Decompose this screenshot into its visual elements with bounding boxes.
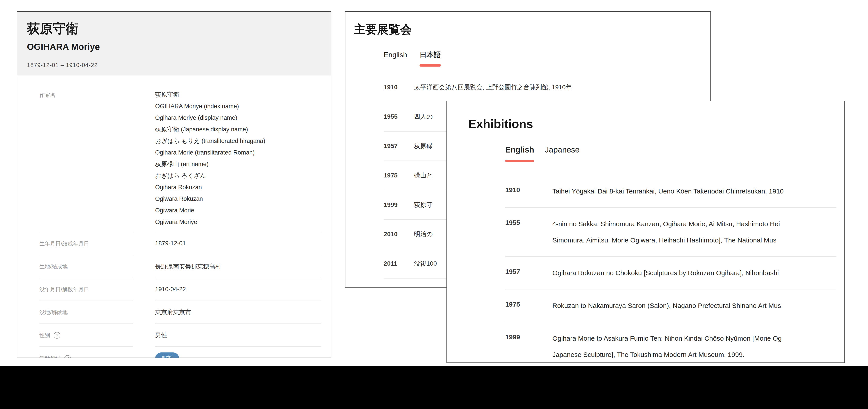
exhibition-year: 1955 <box>384 113 414 120</box>
exhibition-line: 太平洋画会第八回展覧会, 上野公園竹之台陳列館, 1910年. <box>414 83 702 91</box>
field-label-cell: 没地/解散地 <box>39 301 133 324</box>
field-label-cell: 生年月日/結成年月日 <box>39 232 133 255</box>
artist-name-romanized: OGIHARA Moriye <box>27 42 320 52</box>
field-row: 活動領域?彫刻 <box>39 347 321 358</box>
exhibition-line: Rokuzan to Nakamuraya Saron (Salon), Nag… <box>552 297 836 314</box>
tab-japanese[interactable]: 日本語 <box>420 50 441 66</box>
exhibition-row: 1999Ogihara Morie to Asakura Fumio Ten: … <box>505 322 836 363</box>
artist-name-variant: Ogihara Moriye (display name) <box>155 112 321 123</box>
artist-name-variant: おぎはら もりえ (transliterated hiragana) <box>155 135 321 147</box>
field-label: 没地/解散地 <box>39 309 68 316</box>
exhibition-year: 1957 <box>505 265 552 275</box>
exhibition-year: 1910 <box>384 84 414 91</box>
en-language-tabs: English Japanese <box>505 145 844 162</box>
field-label: 作家名 <box>39 76 133 232</box>
exhibition-row: 1957Ogihara Rokuzan no Chōkoku [Sculptur… <box>505 257 836 289</box>
exhibition-row: 1910Taihei Yōgakai Dai 8-kai Tenrankai, … <box>505 175 836 208</box>
profile-header: 荻原守衛 OGIHARA Moriye 1879-12-01 – 1910-04… <box>17 12 331 76</box>
exhibition-year: 1999 <box>384 201 414 208</box>
tab-underline <box>384 64 407 66</box>
field-label-cell: 活動領域? <box>39 347 133 358</box>
exhibition-year: 1975 <box>384 172 414 179</box>
field-value-cell: 長野県南安曇郡東穂高村 <box>155 255 321 278</box>
exhibition-year: 1957 <box>384 143 414 150</box>
tab-underline <box>545 159 580 162</box>
letterbox-bar <box>0 366 868 409</box>
field-row: 没年月日/解散年月日1910-04-22 <box>39 278 321 301</box>
exhibition-text: Ogihara Rokuzan no Chōkoku [Sculptures b… <box>552 265 836 281</box>
field-value-cell: 1910-04-22 <box>155 278 321 301</box>
field-row-artist-names: 作家名荻原守衛OGIHARA Moriye (index name)Ogihar… <box>39 76 321 232</box>
exhibition-text: Taihei Yōgakai Dai 8-kai Tenrankai, Ueno… <box>552 183 836 199</box>
exhibition-line: Taihei Yōgakai Dai 8-kai Tenrankai, Ueno… <box>552 183 836 199</box>
exhibition-year: 1975 <box>505 297 552 308</box>
exhibition-line: Japanese Sculpture], The Tokushima Moder… <box>552 346 836 363</box>
exhibition-year: 2011 <box>384 260 414 267</box>
field-value-cell: 男性 <box>155 324 321 347</box>
field-label: 生年月日/結成年月日 <box>39 240 89 247</box>
exhibition-text: 4-nin no Sakka: Shimomura Kanzan, Ogihar… <box>552 216 836 248</box>
field-value: 1910-04-22 <box>155 286 186 293</box>
exhibition-text: Rokuzan to Nakamuraya Saron (Salon), Nag… <box>552 297 836 314</box>
active-tab-underline <box>420 64 441 66</box>
field-value-cell: 彫刻 <box>155 347 321 358</box>
page: 荻原守衛 OGIHARA Moriye 1879-12-01 – 1910-04… <box>0 0 868 409</box>
exhibition-line: Ogihara Morie to Asakura Fumio Ten: Niho… <box>552 330 836 346</box>
tab-english[interactable]: English <box>505 145 534 162</box>
en-exhibition-rows: 1910Taihei Yōgakai Dai 8-kai Tenrankai, … <box>447 175 844 363</box>
active-tab-underline <box>505 159 534 162</box>
field-row: 性別?男性 <box>39 324 321 347</box>
exhibition-year: 2010 <box>384 231 414 238</box>
field-row: 没地/解散地東京府東京市 <box>39 301 321 324</box>
field-label: 活動領域 <box>39 355 61 358</box>
jp-exhibitions-title: 主要展覧会 <box>354 22 710 37</box>
tab-english[interactable]: English <box>384 50 407 66</box>
artist-name-variant: OGIHARA Moriye (index name) <box>155 100 321 112</box>
field-label: 性別 <box>39 332 50 339</box>
exhibition-year: 1999 <box>505 330 552 341</box>
tab-japanese[interactable]: Japanese <box>545 145 580 162</box>
artist-name-variant: 荻原碌山 (art name) <box>155 158 321 170</box>
exhibition-line: Simomura, Aimitsu, Morie Ogiwara, Heihac… <box>552 232 836 248</box>
exhibition-line: Ogihara Rokuzan no Chōkoku [Sculptures b… <box>552 265 836 281</box>
jp-language-tabs: English 日本語 <box>384 50 710 66</box>
artist-name-variant: Ogihara Rokuzan <box>155 181 321 193</box>
help-icon[interactable]: ? <box>64 355 71 358</box>
exhibition-row: 19554-nin no Sakka: Shimomura Kanzan, Og… <box>505 208 836 257</box>
help-icon[interactable]: ? <box>54 332 60 339</box>
field-label: 生地/結成地 <box>39 263 68 270</box>
field-value: 1879-12-01 <box>155 240 186 247</box>
field-value-cell: 1879-12-01 <box>155 232 321 255</box>
exhibition-year: 1910 <box>505 183 552 194</box>
exhibition-text: 太平洋画会第八回展覧会, 上野公園竹之台陳列館, 1910年. <box>414 83 702 91</box>
field-label-cell: 性別? <box>39 324 133 347</box>
artist-name-title: 荻原守衛 <box>27 22 320 36</box>
activity-domain-badge[interactable]: 彫刻 <box>155 352 179 358</box>
artist-name-variant: Ogiwara Rokuzan <box>155 193 321 205</box>
artist-profile-panel: 荻原守衛 OGIHARA Moriye 1879-12-01 – 1910-04… <box>17 11 332 358</box>
field-label-cell: 没年月日/解散年月日 <box>39 278 133 301</box>
field-value: 男性 <box>155 331 167 339</box>
field-label: 没年月日/解散年月日 <box>39 286 89 293</box>
field-label-cell: 生地/結成地 <box>39 255 133 278</box>
field-value-cell: 東京府東京市 <box>155 301 321 324</box>
exhibition-row: 1975Rokuzan to Nakamuraya Saron (Salon),… <box>505 289 836 322</box>
artist-name-variant: Ogiwara Moriye <box>155 216 321 228</box>
exhibition-row: 1910太平洋画会第八回展覧会, 上野公園竹之台陳列館, 1910年. <box>384 73 702 102</box>
artist-name-variant: Ogihara Morie (translitarated Roman) <box>155 147 321 158</box>
field-row: 生地/結成地長野県南安曇郡東穂高村 <box>39 255 321 278</box>
field-row: 生年月日/結成年月日1879-12-01 <box>39 232 321 255</box>
en-exhibitions-title: Exhibitions <box>468 117 844 131</box>
profile-fields-table: 作家名荻原守衛OGIHARA Moriye (index name)Ogihar… <box>17 76 331 358</box>
exhibition-line: 4-nin no Sakka: Shimomura Kanzan, Ogihar… <box>552 216 836 232</box>
en-exhibitions-panel: Exhibitions English Japanese 1910Taihei … <box>446 100 845 363</box>
field-value: 長野県南安曇郡東穂高村 <box>155 263 221 270</box>
exhibition-year: 1955 <box>505 216 552 227</box>
artist-name-variant: 荻原守衛 <box>155 89 321 100</box>
artist-name-variant: Ogiwara Morie <box>155 205 321 216</box>
artist-name-variant: おぎはら ろくざん <box>155 170 321 181</box>
exhibition-text: Ogihara Morie to Asakura Fumio Ten: Niho… <box>552 330 836 363</box>
field-value: 東京府東京市 <box>155 309 191 316</box>
artist-name-variant: 荻原守衛 (Japanese display name) <box>155 123 321 135</box>
artist-life-dates: 1879-12-01 – 1910-04-22 <box>27 62 320 68</box>
